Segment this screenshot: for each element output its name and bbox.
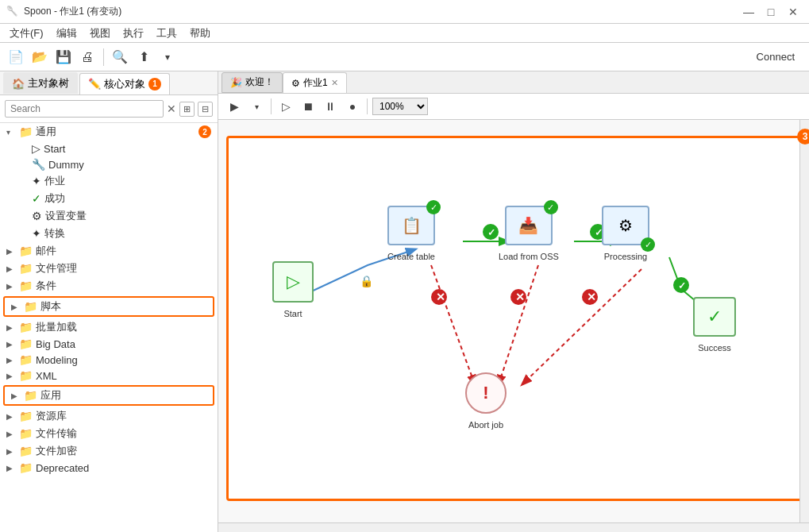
- tree-group-bigdata[interactable]: ▶ 📁 Big Data: [0, 336, 218, 352]
- window-controls: — □ ✕: [739, 4, 803, 20]
- filetransfer-folder-icon: 📁: [19, 427, 33, 440]
- tree-item-setvariable[interactable]: ⚙ 设置变量: [13, 207, 218, 225]
- play-dropdown-button[interactable]: ▾: [247, 97, 266, 116]
- main-toolbar: 📄 📂 💾 🖨 🔍 ⬆ ▾ Connect: [0, 43, 809, 71]
- tab-core-objects[interactable]: ✏️ 核心对象 1: [79, 73, 170, 94]
- app-icon: 🥄: [6, 6, 19, 18]
- vertical-scrollbar[interactable]: [799, 120, 809, 522]
- play-outline-button[interactable]: ▷: [276, 97, 295, 116]
- transform-icon: ✦: [32, 227, 41, 240]
- minimize-button[interactable]: —: [739, 4, 758, 20]
- tree-group-modeling[interactable]: ▶ 📁 Modeling: [0, 352, 218, 368]
- menu-run[interactable]: 执行: [117, 25, 150, 42]
- toolbar-divider2: [367, 98, 368, 114]
- svg-text:🔒: 🔒: [360, 275, 374, 288]
- node-create-table[interactable]: 📋 ✓ Create table: [387, 206, 435, 261]
- horizontal-scrollbar[interactable]: [218, 522, 809, 532]
- record-button[interactable]: ●: [343, 97, 362, 116]
- new-button[interactable]: 📄: [5, 46, 27, 68]
- svg-point-9: [431, 289, 447, 305]
- filemanagement-folder-icon: 📁: [19, 262, 33, 275]
- svg-point-11: [510, 289, 526, 305]
- search-expand-button[interactable]: ⊞: [179, 102, 195, 117]
- menu-file[interactable]: 文件(F): [3, 25, 50, 42]
- dropdown-button[interactable]: ▾: [156, 46, 179, 68]
- tree-item-job[interactable]: ✦ 作业: [13, 172, 218, 190]
- tree-group-app[interactable]: ▶ 📁 应用: [5, 387, 213, 404]
- diagram-box: 3: [226, 136, 806, 501]
- tree-group-repository[interactable]: ▶ 📁 资源库: [0, 407, 218, 425]
- pause-button[interactable]: ⏸: [321, 97, 340, 116]
- stop-button[interactable]: ⏹: [299, 97, 318, 116]
- svg-text:✓: ✓: [487, 227, 495, 238]
- tree-item-transform[interactable]: ✦ 转换: [13, 225, 218, 242]
- close-button[interactable]: ✕: [784, 4, 803, 20]
- general-items: ▷ Start 🔧 Dummy ✦ 作业 ✓: [0, 141, 218, 242]
- save-button[interactable]: 💾: [52, 46, 75, 68]
- tree-group-bulkload[interactable]: ▶ 📁 批量加载: [0, 318, 218, 336]
- svg-text:✕: ✕: [515, 291, 525, 303]
- tree-group-xml[interactable]: ▶ 📁 XML: [0, 368, 218, 384]
- tab-welcome[interactable]: 🎉 欢迎！: [222, 72, 283, 93]
- search-toolbar-button[interactable]: 🔍: [109, 46, 131, 68]
- dummy-icon: 🔧: [32, 158, 45, 171]
- main-objects-icon: 🏠: [12, 78, 25, 90]
- open-button[interactable]: 📂: [29, 46, 51, 68]
- menu-edit[interactable]: 编辑: [50, 25, 83, 42]
- tree-group-script-wrapper: ▶ 📁 脚本: [3, 296, 214, 317]
- tree-group-script[interactable]: ▶ 📁 脚本: [5, 298, 213, 315]
- svg-text:✓: ✓: [678, 280, 686, 291]
- tree-group-deprecated[interactable]: ▶ 📁 Deprecated: [0, 460, 218, 476]
- tab-job1[interactable]: ⚙ 作业1 ✕: [283, 72, 347, 93]
- menu-view[interactable]: 视图: [83, 25, 117, 42]
- tab-close-button[interactable]: ✕: [331, 78, 338, 88]
- tree-item-start[interactable]: ▷ Start: [13, 141, 218, 156]
- deprecated-folder-icon: 📁: [19, 461, 33, 474]
- tree-item-dummy[interactable]: 🔧 Dummy: [13, 156, 218, 172]
- tree-group-general-header[interactable]: ▾ 📁 通用 2: [0, 123, 218, 141]
- layers-button[interactable]: ⬆: [133, 46, 155, 68]
- node-success[interactable]: ✓ Success: [693, 297, 736, 353]
- connect-button[interactable]: Connect: [747, 48, 804, 66]
- zoom-select[interactable]: 100% 75% 50% 125% 150%: [372, 98, 428, 115]
- abort-label: Abort job: [468, 420, 503, 430]
- svg-point-16: [673, 277, 689, 293]
- tree-group-fileencrypt[interactable]: ▶ 📁 文件加密: [0, 442, 218, 460]
- processing-label: Processing: [604, 252, 647, 261]
- expand-arrow: ▾: [6, 128, 16, 137]
- tab-main-objects[interactable]: 🏠 主对象树: [3, 72, 78, 94]
- tree-group-mail[interactable]: ▶ 📁 邮件: [0, 242, 218, 260]
- node-start[interactable]: ▷ Start: [272, 261, 314, 318]
- play-button[interactable]: ▶: [225, 97, 244, 116]
- tree-group-filemanagement[interactable]: ▶ 📁 文件管理: [0, 260, 218, 277]
- tree-group-filetransfer[interactable]: ▶ 📁 文件传输: [0, 425, 218, 442]
- fileencrypt-folder-icon: 📁: [19, 445, 33, 457]
- node-load-oss[interactable]: 📥 ✓ Load from OSS: [499, 206, 559, 261]
- script-folder-icon: 📁: [24, 300, 37, 313]
- tree-group-condition[interactable]: ▶ 📁 条件: [0, 277, 218, 295]
- node-processing[interactable]: ⚙ ✓ Processing: [602, 206, 649, 261]
- condition-folder-icon: 📁: [19, 279, 33, 292]
- svg-line-2: [431, 265, 475, 384]
- tree-item-success[interactable]: ✓ 成功: [13, 190, 218, 207]
- job-icon: ✦: [32, 175, 41, 187]
- maximize-button[interactable]: □: [761, 4, 780, 20]
- main-layout: 🏠 主对象树 ✏️ 核心对象 1 ✕ ⊞ ⊟ ▾ 📁 通用: [0, 71, 809, 532]
- node-abort[interactable]: ! Abort job: [465, 372, 507, 430]
- title-bar: 🥄 Spoon - 作业1 (有变动) — □ ✕: [0, 0, 809, 24]
- search-clear-button[interactable]: ✕: [167, 102, 176, 115]
- tree-group-app-wrapper: ▶ 📁 应用: [3, 385, 214, 406]
- setvariable-icon: ⚙: [32, 210, 42, 222]
- start-label: Start: [283, 309, 302, 318]
- search-input[interactable]: [5, 100, 164, 118]
- menu-help[interactable]: 帮助: [183, 25, 217, 42]
- print-button[interactable]: 🖨: [76, 46, 98, 68]
- menu-tools[interactable]: 工具: [150, 25, 183, 42]
- welcome-icon: 🎉: [230, 77, 242, 88]
- right-panel: 🎉 欢迎！ ⚙ 作业1 ✕ ▶ ▾ ▷ ⏹ ⏸ ● 100% 75% 50% 1…: [218, 71, 809, 532]
- bulkload-folder-icon: 📁: [19, 321, 33, 333]
- mail-folder-icon: 📁: [19, 245, 33, 257]
- modeling-folder-icon: 📁: [19, 353, 33, 366]
- diagram-badge-3: 3: [797, 129, 809, 145]
- search-collapse-button[interactable]: ⊟: [198, 102, 213, 117]
